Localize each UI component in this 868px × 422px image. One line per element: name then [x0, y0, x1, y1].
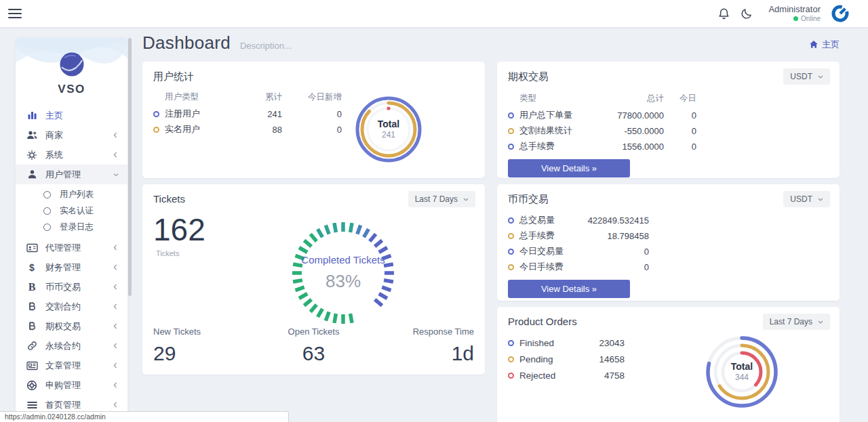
- sidebar-item-finance-management[interactable]: $ 财务管理: [16, 257, 127, 277]
- user-stats-card: 用户统计 用户类型 累计 今日新增 注册用户 241 0 实名用户 88 0: [142, 62, 485, 178]
- page-title: Dashboard: [142, 33, 231, 54]
- options-trading-card: 期权交易 USDT 类型 总计 今日 用户总下单量 77800.0000 0 交…: [497, 62, 840, 178]
- chevron-left-icon: [113, 382, 119, 388]
- options-table: 类型 总计 今日 用户总下单量 77800.0000 0 交割结果统计 -550…: [508, 93, 829, 151]
- chevron-left-icon: [113, 343, 119, 349]
- sidebar-item-agent-management[interactable]: 代理管理: [16, 238, 127, 257]
- table-row-label: 今日交易量: [508, 247, 584, 256]
- username-label: Administrator: [768, 5, 821, 15]
- chevron-left-icon: [113, 323, 119, 329]
- link-icon: [26, 340, 38, 352]
- sidebar-item-options-trading[interactable]: 期权交易: [16, 316, 127, 336]
- card-title: 用户统计: [153, 70, 474, 83]
- date-range-select[interactable]: Last 7 Days: [763, 314, 830, 330]
- life-ring-icon: [26, 379, 38, 392]
- circle-icon: [43, 207, 51, 215]
- dark-mode-moon-icon[interactable]: [740, 7, 753, 20]
- page-subtitle: Description...: [240, 35, 292, 51]
- sidebar-item-system[interactable]: 系统: [16, 145, 127, 165]
- sidebar-item-merchants[interactable]: 商家: [16, 125, 127, 145]
- newspaper-icon: [26, 360, 38, 372]
- sidebar-item-article-management[interactable]: 文章管理: [16, 356, 127, 375]
- table-row-label: 实名用户: [153, 125, 233, 134]
- sidebar-scrollbar[interactable]: [128, 38, 132, 296]
- chevron-left-icon: [113, 303, 119, 310]
- product-orders-card: Product Orders Last 7 Days Finished 2304…: [497, 307, 840, 422]
- chevron-down-icon: [113, 171, 119, 177]
- tickets-stats-row: New Tickets 29 Open Tickets 63 Response …: [153, 326, 474, 365]
- notifications-bell-icon[interactable]: [717, 7, 730, 20]
- chevron-down-icon: [818, 320, 823, 324]
- currency-select[interactable]: USDT: [783, 68, 830, 85]
- series-marker: [508, 373, 514, 379]
- chevron-left-icon: [113, 132, 119, 138]
- top-navbar: Administrator Online: [0, 0, 868, 27]
- chevron-down-icon: [818, 75, 823, 79]
- series-marker: [508, 217, 514, 224]
- table-row-label: 用户总下单量: [508, 110, 599, 120]
- series-marker: [508, 233, 514, 239]
- bitcoin-icon: [26, 301, 38, 313]
- bitcoin-icon: [26, 320, 38, 333]
- table-row-label: 总手续费: [508, 142, 599, 151]
- table-row-label: Finished: [508, 338, 576, 347]
- view-details-button[interactable]: View Details »: [508, 159, 630, 177]
- breadcrumb[interactable]: 主页: [809, 36, 840, 51]
- table-row-label: Pending: [508, 354, 576, 364]
- open-tickets-stat: Open Tickets 63: [260, 326, 368, 365]
- chevron-left-icon: [113, 402, 119, 408]
- table-row-label: Rejected: [508, 371, 576, 380]
- card-title: 期权交易: [508, 70, 829, 83]
- new-tickets-stat: New Tickets 29: [153, 326, 260, 365]
- coin-trading-card: 币币交易 USDT 总交易量 422849.532415 总手续费 18.798…: [497, 184, 840, 301]
- menu-toggle-button[interactable]: [8, 9, 22, 18]
- sidebar-item-coin-trading[interactable]: B 币币交易: [16, 277, 127, 297]
- merchants-icon: [26, 129, 38, 142]
- user-stats-table: 用户类型 累计 今日新增 注册用户 241 0 实名用户 88 0: [153, 91, 474, 134]
- date-range-select[interactable]: Last 7 Days: [408, 191, 475, 207]
- completed-tickets-gauge: Completed Tickets 83%: [289, 219, 397, 327]
- chevron-down-icon: [818, 198, 823, 201]
- series-marker: [508, 144, 514, 150]
- chevron-left-icon: [113, 284, 119, 290]
- sidebar-item-delivery-contracts[interactable]: 交割合约: [16, 297, 127, 316]
- user-icon: [26, 169, 38, 181]
- sidebar-subitem-user-list[interactable]: 用户列表: [16, 186, 127, 203]
- home-icon: [809, 40, 818, 49]
- sidebar-item-home[interactable]: 主页: [16, 106, 127, 125]
- sidebar-subitem-kyc[interactable]: 实名认证: [16, 203, 127, 219]
- series-marker: [153, 111, 159, 117]
- logo-text: VSO: [16, 83, 127, 96]
- letter-b-icon: B: [26, 281, 38, 293]
- series-marker: [508, 356, 514, 362]
- table-row-label: 总交易量: [508, 215, 584, 225]
- currency-select[interactable]: USDT: [783, 191, 830, 207]
- user-stats-donut-chart: Total 241: [353, 94, 424, 165]
- online-status-label: Online: [801, 15, 821, 23]
- table-row-label: 总手续费: [508, 231, 584, 240]
- sidebar-nav: 主页 商家 系统 用户管理 用户列表: [16, 106, 127, 415]
- sidebar-item-perpetual-contracts[interactable]: 永续合约: [16, 336, 127, 356]
- gear-icon: [26, 149, 38, 161]
- sidebar-subitem-login-logs[interactable]: 登录日志: [16, 219, 127, 235]
- table-row-label: 注册用户: [153, 109, 233, 119]
- table-row-label: 交割结果统计: [508, 126, 599, 135]
- user-menu[interactable]: Administrator Online: [768, 5, 821, 22]
- user-management-submenu: 用户列表 实名认证 登录日志: [16, 184, 127, 238]
- avatar[interactable]: [830, 3, 850, 24]
- dollar-icon: $: [26, 261, 38, 274]
- series-marker: [508, 249, 514, 255]
- coin-trading-rows: 总交易量 422849.532415 总手续费 18.798458 今日交易量 …: [508, 215, 829, 272]
- product-orders-donut-chart: Total 344: [701, 331, 783, 413]
- table-row-label: 今日手续费: [508, 262, 584, 272]
- view-details-button[interactable]: View Details »: [508, 280, 630, 298]
- chevron-left-icon: [113, 362, 119, 368]
- sidebar-item-user-management[interactable]: 用户管理: [16, 165, 127, 184]
- series-marker: [508, 112, 514, 119]
- online-status-dot: [793, 16, 798, 21]
- id-card-icon: [26, 242, 38, 254]
- chevron-down-icon: [463, 198, 469, 201]
- logo[interactable]: VSO: [16, 38, 127, 96]
- main-content: Dashboard Description... 主页 用户统计 用户类型 累计…: [142, 33, 840, 422]
- sidebar-item-subscription-management[interactable]: 申购管理: [16, 375, 127, 395]
